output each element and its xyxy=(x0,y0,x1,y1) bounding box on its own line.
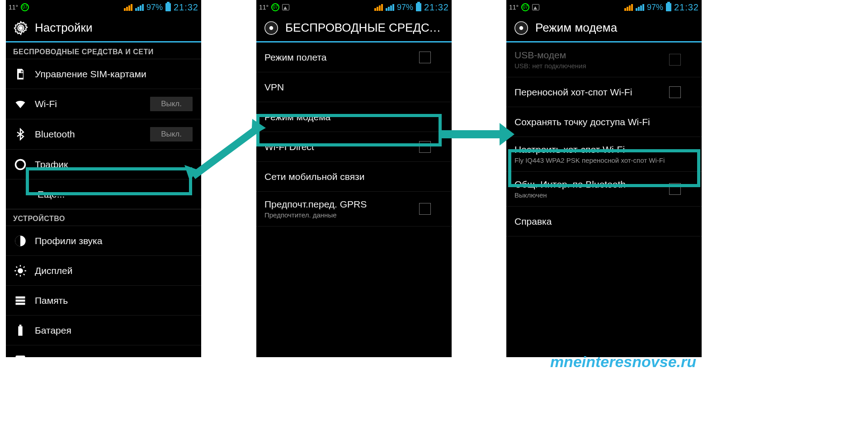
svg-rect-13 xyxy=(16,355,25,357)
row-gprs-pref[interactable]: Предпочт.перед. GPRS Предпочтител. данны… xyxy=(256,192,452,226)
row-sub: Выключен xyxy=(514,191,661,199)
bluetooth-toggle[interactable]: Выкл. xyxy=(150,127,193,142)
row-tethering[interactable]: Режим модема xyxy=(256,102,452,132)
row-label: Bluetooth xyxy=(35,129,142,140)
usb-checkbox xyxy=(669,54,681,66)
data-usage-icon xyxy=(14,158,27,171)
status-bar: 11° 07 97% 21:32 xyxy=(506,0,702,14)
sound-icon xyxy=(14,235,27,247)
row-label: Общ. Интер. по Bluetooth xyxy=(514,179,661,190)
hotspot-checkbox[interactable] xyxy=(669,86,681,98)
svg-rect-10 xyxy=(16,302,25,305)
row-bluetooth[interactable]: Bluetooth Выкл. xyxy=(6,119,201,150)
row-configure-hotspot[interactable]: Настроить хот-спот Wi-Fi Fly IQ443 WPA2 … xyxy=(506,137,702,172)
battery-percent: 97% xyxy=(146,3,163,12)
apps-icon xyxy=(14,354,27,358)
row-sub: Предпочтител. данные xyxy=(264,211,411,219)
screen-title-row: Режим модема xyxy=(506,14,702,42)
row-more[interactable]: Еще... xyxy=(6,179,201,209)
row-mobile-networks[interactable]: Сети мобильной связи xyxy=(256,162,452,192)
row-label: Сети мобильной связи xyxy=(264,171,443,182)
row-bt-tether[interactable]: Общ. Интер. по Bluetooth Выключен xyxy=(506,172,702,207)
row-traffic[interactable]: Трафик xyxy=(6,150,201,179)
row-label: Wi-Fi Direct xyxy=(264,142,411,152)
svg-rect-3 xyxy=(19,73,23,78)
bluetooth-icon xyxy=(14,128,27,141)
row-label: Режим модема xyxy=(264,112,443,123)
clock: 21:32 xyxy=(674,2,699,13)
screen-title: БЕСПРОВОДНЫЕ СРЕДСТВА И СЕ... xyxy=(285,21,444,35)
svg-point-17 xyxy=(519,26,524,30)
row-vpn[interactable]: VPN xyxy=(256,72,452,102)
battery-icon xyxy=(165,3,171,11)
row-display[interactable]: Дисплей xyxy=(6,256,201,286)
svg-rect-9 xyxy=(16,299,25,302)
row-label: Wi-Fi xyxy=(35,99,142,109)
signal-sim1-icon xyxy=(124,4,132,11)
row-label: Трафик xyxy=(35,159,193,170)
row-label: Переносной хот-спот Wi-Fi xyxy=(514,87,661,98)
svg-point-4 xyxy=(21,70,23,72)
gprs-checkbox[interactable] xyxy=(419,203,431,215)
row-label: Память xyxy=(35,295,193,306)
row-portable-hotspot[interactable]: Переносной хот-спот Wi-Fi xyxy=(506,77,702,107)
wifi-toggle[interactable]: Выкл. xyxy=(150,96,193,112)
row-label: Режим полета xyxy=(264,52,411,63)
phone-settings: 11° 07 97% 21:32 Настройки БЕСПРОВОДНЫЕ … xyxy=(6,0,201,357)
row-label: Дисплей xyxy=(35,265,193,276)
wifi-icon xyxy=(14,98,27,110)
battery-icon xyxy=(666,3,671,11)
temp-indicator: 11° xyxy=(259,4,269,11)
row-label: Приложения xyxy=(35,355,193,358)
settings-icon xyxy=(13,20,28,36)
row-keep-hotspot[interactable]: Сохранять точку доступа Wi-Fi xyxy=(506,107,702,137)
row-label: VPN xyxy=(264,82,443,93)
row-battery[interactable]: Батарея xyxy=(6,316,201,345)
row-wifi-direct[interactable]: Wi-Fi Direct xyxy=(256,132,452,162)
section-device: УСТРОЙСТВО xyxy=(6,209,201,226)
status-bar: 11° 07 97% 21:32 xyxy=(256,0,452,14)
row-label: USB-модем xyxy=(514,50,661,61)
display-icon xyxy=(14,264,27,277)
row-apps[interactable]: Приложения xyxy=(6,345,201,357)
signal-sim2-icon xyxy=(636,4,644,11)
screen-title: Режим модема xyxy=(535,21,694,35)
row-airplane-mode[interactable]: Режим полета xyxy=(256,42,452,72)
svg-point-15 xyxy=(269,26,274,30)
signal-sim2-icon xyxy=(135,4,144,11)
sim-card-icon xyxy=(14,68,27,80)
storage-icon xyxy=(14,294,27,307)
row-label: Настроить хот-спот Wi-Fi xyxy=(514,144,693,155)
section-wireless: БЕСПРОВОДНЫЕ СРЕДСТВА И СЕТИ xyxy=(6,42,201,59)
svg-rect-8 xyxy=(16,296,25,298)
airplane-checkbox[interactable] xyxy=(419,52,431,63)
screenshot-notif-icon xyxy=(282,4,289,10)
clock: 21:32 xyxy=(424,2,449,13)
screen-title: Настройки xyxy=(35,21,194,35)
screen-title-row: БЕСПРОВОДНЫЕ СРЕДСТВА И СЕ... xyxy=(256,14,452,42)
phone-wireless-more: 11° 07 97% 21:32 БЕСПРОВОДНЫЕ СРЕДСТВА И… xyxy=(256,0,452,357)
notification-badge: 07 xyxy=(521,3,529,11)
row-label: Справка xyxy=(514,216,693,227)
screenshot-notif-icon xyxy=(532,4,539,10)
svg-point-7 xyxy=(18,268,23,274)
phone-tethering: 11° 07 97% 21:32 Режим модема USB-модем … xyxy=(506,0,702,357)
row-sound-profiles[interactable]: Профили звука xyxy=(6,226,201,256)
bt-tether-checkbox[interactable] xyxy=(669,183,681,195)
row-label: Управление SIM-картами xyxy=(35,69,193,80)
row-wifi[interactable]: Wi-Fi Выкл. xyxy=(6,89,201,119)
signal-sim1-icon xyxy=(624,4,633,11)
settings-icon xyxy=(264,20,279,36)
wifidirect-checkbox[interactable] xyxy=(419,141,431,153)
svg-marker-19 xyxy=(191,124,261,179)
svg-point-2 xyxy=(19,26,23,29)
temp-indicator: 11° xyxy=(509,4,519,11)
row-sub: USB: нет подключения xyxy=(514,62,661,70)
row-storage[interactable]: Память xyxy=(6,286,201,316)
row-sub: Fly IQ443 WPA2 PSK переносной хот-спот W… xyxy=(514,156,693,164)
svg-rect-12 xyxy=(19,325,22,326)
battery-percent: 97% xyxy=(397,3,413,12)
row-sim-management[interactable]: Управление SIM-картами xyxy=(6,59,201,89)
battery-percent: 97% xyxy=(647,3,663,12)
row-help[interactable]: Справка xyxy=(506,207,702,236)
